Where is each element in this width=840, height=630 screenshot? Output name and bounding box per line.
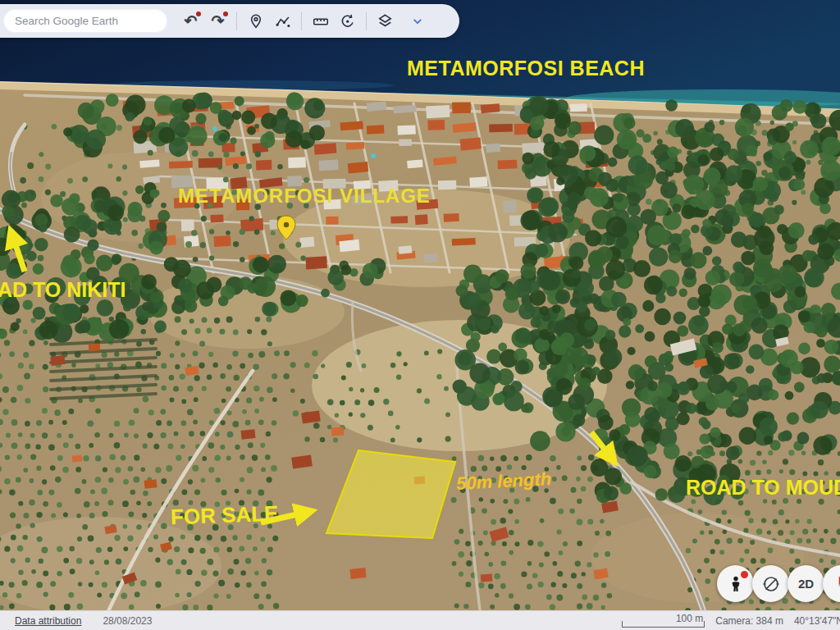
layers-icon: [376, 11, 395, 30]
orbit-icon: [339, 12, 357, 30]
layers-button[interactable]: [372, 7, 399, 35]
draw-path-button[interactable]: [269, 7, 296, 35]
nikiti-arrow: [11, 231, 25, 272]
gyro-button[interactable]: [752, 565, 789, 602]
pegman-button[interactable]: [717, 565, 754, 602]
scale-bar: 100 m: [622, 612, 705, 630]
measure-button[interactable]: [307, 7, 334, 35]
village-placemark[interactable]: [277, 216, 295, 240]
undo-button[interactable]: ↶: [177, 7, 204, 35]
placemark-icon: [247, 12, 265, 30]
undo-badge: [196, 11, 201, 16]
ruler-icon: [312, 12, 330, 30]
label-road-to-nikiti: AD TO NIKITI: [0, 278, 126, 302]
for-sale-parcel: [326, 450, 455, 538]
mode-2d-button[interactable]: 2D: [788, 565, 824, 602]
redo-icon: ↷: [212, 13, 225, 29]
label-metamorfosi-beach: METAMORFOSI BEACH: [407, 57, 645, 80]
toolbar-divider: [301, 12, 302, 30]
pegman-badge: [741, 571, 748, 578]
toolbar-divider: [236, 12, 237, 30]
redo-badge: [223, 11, 228, 16]
camera-altitude: Camera: 384 m: [715, 615, 783, 627]
label-metamorfosi-village: METAMORFOSI VILLAGE: [178, 185, 431, 208]
orbit-button[interactable]: [334, 7, 361, 35]
toolbar-expand-button[interactable]: [404, 7, 431, 35]
compass-icon: [831, 573, 840, 595]
add-placemark-button[interactable]: [242, 7, 269, 35]
moudania-road-arrow: [591, 432, 614, 462]
scale-bar-line: [622, 621, 705, 628]
imagery-date: 28/08/2023: [103, 615, 152, 627]
label-road-to-moudania: ROAD TO MOUD: [686, 476, 840, 500]
toolbar-divider: [366, 12, 367, 30]
search-input[interactable]: [13, 14, 164, 28]
path-icon: [274, 12, 292, 30]
undo-icon: ↶: [185, 13, 198, 29]
annotation-layer: [0, 0, 840, 630]
data-attribution-link[interactable]: Data attribution: [15, 615, 81, 627]
coordinates: 40°13'47"N: [794, 615, 840, 627]
chevron-down-icon: [409, 13, 426, 30]
google-earth-window: METAMORFOSI BEACH METAMORFOSI VILLAGE AD…: [0, 0, 840, 630]
gyro-icon: [760, 573, 782, 595]
search-box[interactable]: [3, 9, 167, 33]
redo-button[interactable]: ↷: [204, 7, 231, 35]
label-for-sale: FOR SALE: [170, 501, 278, 531]
toolbar: ↶ ↷: [0, 4, 459, 38]
status-bar: Data attribution 28/08/2023 100 m Camera…: [0, 610, 840, 630]
